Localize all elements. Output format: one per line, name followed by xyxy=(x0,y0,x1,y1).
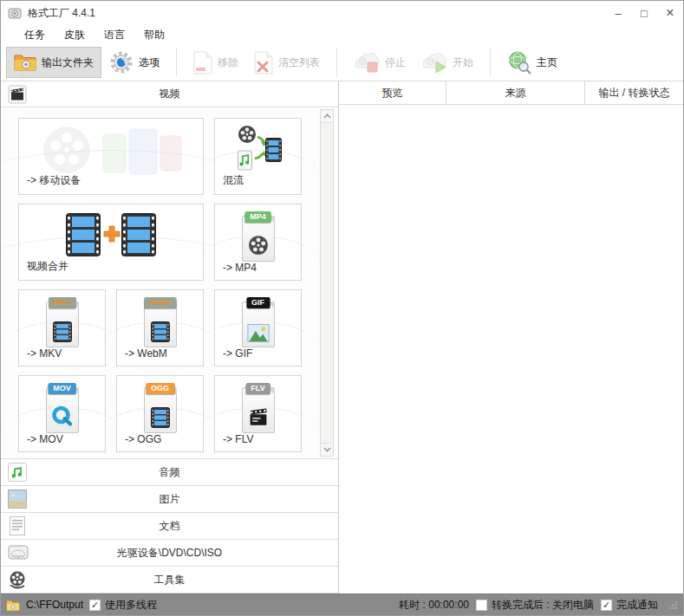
category-toolset[interactable]: 工具集 xyxy=(1,567,338,593)
card-label: -> OGG xyxy=(125,433,161,445)
start-label: 开始 xyxy=(453,55,473,70)
format-panel: 视频 xyxy=(1,81,339,593)
menu-task[interactable]: 任务 xyxy=(15,26,55,44)
resize-grip[interactable] xyxy=(668,600,678,610)
card-mobile-device[interactable]: -> 移动设备 xyxy=(18,118,204,195)
video-category-label: 视频 xyxy=(1,87,338,101)
card-label: 视频合并 xyxy=(27,259,68,274)
minimize-button[interactable]: – xyxy=(605,1,631,25)
close-button[interactable]: × xyxy=(657,1,683,25)
document-category-label: 文档 xyxy=(1,519,338,534)
clear-list-label: 清空列表 xyxy=(278,55,320,70)
clear-list-button[interactable]: 清空列表 xyxy=(246,47,328,78)
chevron-up-icon xyxy=(323,113,331,119)
format-tag: FLV xyxy=(245,383,270,394)
video-formats-grid: -> 移动设备 xyxy=(1,107,338,459)
card-to-mp4[interactable]: MP4 xyxy=(214,204,302,281)
globe-search-icon xyxy=(507,50,531,75)
menu-language[interactable]: 语言 xyxy=(94,26,134,44)
card-to-flv[interactable]: FLV -> FLV xyxy=(214,375,302,452)
category-document[interactable]: 文档 xyxy=(1,513,338,540)
task-list-body[interactable] xyxy=(339,105,683,593)
multithread-checkbox[interactable]: ✓ xyxy=(89,600,101,611)
start-icon xyxy=(421,51,447,75)
category-video-header[interactable]: 视频 xyxy=(1,81,338,107)
task-list-header: 预览 来源 输出 / 转换状态 xyxy=(339,81,683,105)
format-tag: webm xyxy=(144,297,177,308)
category-picture[interactable]: 图片 xyxy=(1,486,338,513)
card-mux[interactable]: 混流 xyxy=(214,118,302,195)
menu-skin[interactable]: 皮肤 xyxy=(55,26,94,44)
film-strip-icon xyxy=(53,321,72,342)
category-audio[interactable]: 音频 xyxy=(1,459,338,486)
format-tag: MKV xyxy=(49,297,76,308)
card-label: -> MOV xyxy=(27,433,63,445)
clear-list-page-icon xyxy=(254,51,273,75)
shutdown-after-option[interactable]: 转换完成后 : 关闭电脑 xyxy=(476,598,594,613)
notify-option[interactable]: ✓ 完成通知 xyxy=(601,598,658,613)
format-tag: MP4 xyxy=(244,211,271,223)
disc-device-category-label: 光驱设备\DVD\CD\ISO xyxy=(1,546,338,561)
card-to-mkv[interactable]: MKV -> MKV xyxy=(18,289,106,366)
card-label: -> 移动设备 xyxy=(27,173,81,188)
maximize-button[interactable]: □ xyxy=(631,1,657,25)
output-folder-label: 输出文件夹 xyxy=(42,55,94,70)
remove-label: 移除 xyxy=(218,55,238,70)
card-to-ogg[interactable]: OGG -> OGG xyxy=(116,375,204,452)
picture-category-label: 图片 xyxy=(1,492,338,507)
notify-checkbox[interactable]: ✓ xyxy=(601,600,612,611)
home-label: 主页 xyxy=(537,55,557,70)
scrollbar-track[interactable] xyxy=(320,109,334,457)
card-label: -> GIF xyxy=(223,347,252,360)
stop-button[interactable]: 停止 xyxy=(346,47,414,78)
menu-help[interactable]: 帮助 xyxy=(134,26,174,44)
column-preview[interactable]: 预览 xyxy=(339,81,446,104)
stop-icon xyxy=(354,51,380,75)
stop-label: 停止 xyxy=(385,55,406,70)
output-folder-button[interactable]: 输出文件夹 xyxy=(6,47,101,78)
film-strip-icon xyxy=(151,321,170,342)
scrollbar-down-button[interactable] xyxy=(321,443,333,456)
card-label: -> FLV xyxy=(223,433,253,445)
output-path[interactable]: C:\FFOutput xyxy=(26,599,83,611)
card-to-mov[interactable]: MOV -> MOV xyxy=(18,375,106,452)
remove-page-icon xyxy=(193,51,212,75)
task-list-panel: 预览 来源 输出 / 转换状态 xyxy=(339,81,683,593)
folder-icon xyxy=(14,53,36,72)
image-icon xyxy=(247,324,270,342)
elapsed-time: 耗时 : 00:00:00 xyxy=(399,598,469,613)
format-tag: MOV xyxy=(48,383,76,394)
clapperboard-icon xyxy=(248,408,268,428)
category-disc-device[interactable]: 光驱设备\DVD\CD\ISO xyxy=(1,540,338,567)
start-button[interactable]: 开始 xyxy=(414,47,481,78)
mobile-device-icon xyxy=(19,124,203,178)
chevron-down-icon xyxy=(323,447,331,452)
card-to-gif[interactable]: GIF -> GIF xyxy=(214,289,302,366)
title-bar: 格式工厂 4.4.1 – □ × xyxy=(1,1,683,25)
column-output-status[interactable]: 输出 / 转换状态 xyxy=(584,81,683,104)
card-to-webm[interactable]: webm -> WebM xyxy=(116,289,204,366)
multithread-option[interactable]: ✓ 使用多线程 xyxy=(89,598,157,613)
mux-icon xyxy=(215,124,301,172)
shutdown-label: 转换完成后 : 关闭电脑 xyxy=(492,598,594,613)
status-bar: C:\FFOutput ✓ 使用多线程 耗时 : 00:00:00 转换完成后 … xyxy=(1,593,683,615)
audio-category-label: 音频 xyxy=(1,465,338,480)
card-video-merge[interactable]: 视频合并 xyxy=(18,204,204,281)
notify-label: 完成通知 xyxy=(616,598,658,613)
shutdown-checkbox[interactable] xyxy=(476,600,487,611)
window-title: 格式工厂 4.4.1 xyxy=(28,6,95,21)
options-button[interactable]: 选项 xyxy=(101,47,167,78)
format-tag: GIF xyxy=(246,297,270,308)
film-reel-icon xyxy=(247,234,270,256)
scrollbar-up-button[interactable] xyxy=(321,110,333,123)
gear-icon xyxy=(109,50,134,75)
mov-file-icon: MOV xyxy=(42,383,83,433)
webm-file-icon: webm xyxy=(140,297,181,347)
column-source[interactable]: 来源 xyxy=(446,81,584,104)
quicktime-icon xyxy=(50,405,74,428)
home-button[interactable]: 主页 xyxy=(499,47,565,78)
toolbar-separator xyxy=(490,48,491,77)
app-icon xyxy=(8,6,22,20)
remove-button[interactable]: 移除 xyxy=(186,47,246,78)
card-label: -> MP4 xyxy=(223,262,257,274)
